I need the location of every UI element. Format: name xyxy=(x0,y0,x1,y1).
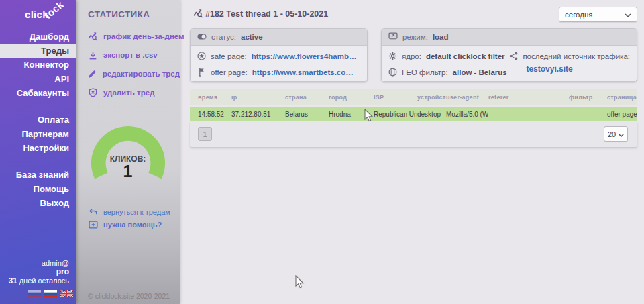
table-cell: desktop xyxy=(417,111,446,118)
account-plan: pro xyxy=(0,268,69,276)
stats-action-label: экспорт в .csv xyxy=(103,51,158,59)
table-cell: Hrodna xyxy=(329,111,374,118)
main-header: #182 Test thread 1 - 05-10-2021 сегодня xyxy=(180,7,644,26)
core-label: ядро: xyxy=(402,52,421,60)
mode-right-column: последний источник трафика: testovyi.sit… xyxy=(509,48,630,81)
column-header-4: ISP xyxy=(374,94,417,101)
column-header-2: страна xyxy=(285,94,329,101)
stats-link-label: вернуться к тредам xyxy=(103,208,170,216)
clicks-gauge: КЛИКОВ: 1 xyxy=(76,125,180,182)
sidebar-menu: ДашбордТредыКоннекторAPIСабакаунтыОплата… xyxy=(0,30,76,210)
clicks-table-row[interactable]: 14:58:5237.212.80.51BelarusHrodnaRepubli… xyxy=(190,107,637,121)
gauge-value: 1 xyxy=(76,162,180,181)
stats-link-label: нужна помощь? xyxy=(103,221,162,229)
stats-action-delete-thread[interactable]: удалить тред xyxy=(76,83,180,102)
pagination-bar: 1 20 xyxy=(190,121,637,147)
main-content: #182 Test thread 1 - 05-10-2021 сегодня … xyxy=(180,0,644,304)
gear-icon xyxy=(388,52,397,62)
geo-label: ГЕО фильтр: xyxy=(402,68,448,77)
safe-page-label: safe page: xyxy=(211,52,247,60)
sidebar-item-subaccounts[interactable]: Сабакаунты xyxy=(0,86,76,100)
core-row: ядро: default clicklock filter xyxy=(388,48,509,64)
status-panel-header: статус: active xyxy=(191,29,367,46)
flag-ru-icon[interactable] xyxy=(44,290,57,297)
table-cell: Republican Unita... xyxy=(374,111,417,118)
column-header-6: user-agent xyxy=(446,94,488,101)
flag-uk-icon[interactable] xyxy=(60,290,73,297)
stats-action-label: удалить тред xyxy=(103,89,154,97)
flag-pole-icon xyxy=(197,68,206,78)
chevron-down-icon xyxy=(625,11,631,19)
table-cell: 14:58:52 xyxy=(190,111,231,118)
toggle-icon xyxy=(197,33,207,41)
page-size-select[interactable]: 20 xyxy=(604,126,628,142)
table-cell: Belarus xyxy=(285,111,329,118)
column-header-8: фильтр xyxy=(569,94,607,101)
table-cell: 37.212.80.51 xyxy=(231,111,285,118)
page-button-1[interactable]: 1 xyxy=(198,127,212,141)
column-header-7: referer xyxy=(488,94,569,101)
stats-action-edit-thread[interactable]: редактировать тред xyxy=(76,64,180,83)
period-select[interactable]: сегодня xyxy=(559,7,637,22)
days-text: дней осталось xyxy=(19,276,69,285)
traffic-source-row: последний источник трафика: xyxy=(509,48,630,64)
undo-icon xyxy=(88,208,98,215)
mode-left-column: ядро: default clicklock filter ГЕО фильт… xyxy=(388,48,509,81)
copyright: © clicklock.site 2020-2021 xyxy=(88,292,170,300)
safe-page-link[interactable]: https://www.flowers4hamburg.com/ xyxy=(252,52,360,60)
stats-action-daily-chart[interactable]: график день-за-днем xyxy=(76,27,180,46)
sidebar-item-logout[interactable]: Выход xyxy=(0,196,76,210)
chart-zoom-icon xyxy=(88,32,98,41)
table-cell: - xyxy=(488,111,569,118)
column-header-0: время xyxy=(190,94,231,101)
stats-action-export-csv[interactable]: экспорт в .csv xyxy=(76,46,180,64)
mode-panel-body: ядро: default clicklock filter ГЕО фильт… xyxy=(382,46,637,81)
stats-action-label: график день-за-днем xyxy=(103,32,184,40)
app: click lock ДашбордТредыКоннекторAPIСабак… xyxy=(0,0,644,304)
traffic-source-link[interactable]: testovyi.site xyxy=(526,64,630,74)
flag-ru-faded-icon[interactable] xyxy=(28,290,41,297)
sidebar-item-settings[interactable]: Настройки xyxy=(0,141,76,155)
help-plus-icon xyxy=(88,221,98,229)
status-panel: статус: active safe page: https://www.fl… xyxy=(190,28,368,82)
sidebar-item-connector[interactable]: Коннектор xyxy=(0,58,76,72)
mode-label: режим: xyxy=(402,33,428,41)
page-size-value: 20 xyxy=(608,130,616,138)
monitor-arrow-icon xyxy=(388,32,398,42)
mode-panel: режим: load ядро: default clicklock filt… xyxy=(381,28,637,82)
mode-value: load xyxy=(433,33,449,41)
stats-link-back-to-threads[interactable]: вернуться к тредам xyxy=(76,205,180,218)
sidebar-item-knowledge-base[interactable]: База знаний xyxy=(0,168,76,182)
account-days-left: 31 дней осталось xyxy=(0,276,69,285)
stats-title: СТАТИСТИКА xyxy=(88,9,150,19)
table-cell: offer page xyxy=(607,111,637,118)
offer-page-row: offer page: https://www.smartbets.com/fo… xyxy=(197,64,360,81)
stats-links: вернуться к тредамнужна помощь? xyxy=(76,205,180,231)
status-value: active xyxy=(241,33,263,41)
sidebar-item-payment[interactable]: Оплата xyxy=(0,113,76,127)
column-header-5: устройство xyxy=(417,94,446,101)
days-number: 31 xyxy=(9,276,17,285)
mode-panel-header: режим: load xyxy=(382,29,637,46)
download-icon xyxy=(88,51,98,60)
stats-action-label: редактировать тред xyxy=(103,70,180,78)
column-header-3: город xyxy=(329,94,374,101)
geo-value: allow - Belarus xyxy=(453,68,507,77)
shield-x-icon xyxy=(88,88,98,97)
page-title: #182 Test thread 1 - 05-10-2021 xyxy=(205,9,328,19)
sidebar-item-threads[interactable]: Треды xyxy=(0,44,76,58)
stats-link-need-help[interactable]: нужна помощь? xyxy=(76,218,180,231)
sidebar-item-dashboard[interactable]: Дашборд xyxy=(0,30,76,44)
sidebar-item-help[interactable]: Помощь xyxy=(0,182,76,196)
globe-icon xyxy=(388,68,397,78)
sidebar: click lock ДашбордТредыКоннекторAPIСабак… xyxy=(0,0,76,304)
chevron-down-icon xyxy=(619,130,624,138)
app-logo[interactable]: click lock xyxy=(0,0,76,28)
safe-page-row: safe page: https://www.flowers4hamburg.c… xyxy=(197,48,360,64)
clicks-table-header: времяipстранагородISPустройствоuser-agen… xyxy=(190,89,637,105)
offer-page-link[interactable]: https://www.smartbets.com/football/tea..… xyxy=(252,68,360,77)
sidebar-item-partners[interactable]: Партнерам xyxy=(0,127,76,141)
sidebar-item-api[interactable]: API xyxy=(0,72,76,86)
core-value: default clicklock filter xyxy=(426,52,505,60)
traffic-source-label: последний источник трафика: xyxy=(523,52,630,60)
